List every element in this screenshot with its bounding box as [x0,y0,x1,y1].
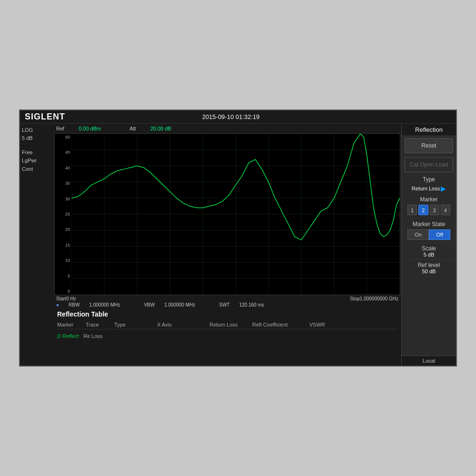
ref-label: Ref [56,126,64,131]
rbw-label: RBW [69,302,79,307]
datetime: 2015-09-10 01:32:19 [202,113,260,120]
main-area: LOG 5 dB Free LgPwr Cont Ref 0.00 dBm At… [20,124,456,366]
y-axis-label: 5 [55,274,71,278]
marker-btn-3[interactable]: 3 [430,205,439,215]
start-label: Start [56,296,66,301]
ref-level-label: Ref level [418,262,440,268]
bottom-status: D Reflect Re Loss [57,333,397,339]
y-axis-label: 45 [55,150,71,155]
right-panel: Reflection Reset Cal Open Load Type Retu… [401,124,456,366]
scale-value: 5 dB [424,252,435,258]
y-axis-label: 40 [55,166,71,170]
chart-area [71,134,400,295]
stop-value: 1.000000000 GHz [360,296,398,301]
ref-value: 0.00 dBm [79,126,101,131]
bottom-section: Reflection Table Marker Trace Type X Axi… [53,308,401,366]
rbw-value: 1.000000 MHz [89,302,120,307]
y-axis-label: 0 [55,289,71,294]
footer-row2: ● RBW 1.000000 MHz VBW 1.000000 MHz SWT … [56,302,398,307]
ref-level-section: Ref level 50 dB [402,259,456,276]
marker-state-section: Marker State On Off [402,219,456,243]
swt-value: 120.160 ms [239,302,264,307]
type-label: Type [405,176,453,183]
cal-open-load-button[interactable]: Cal Open Load [405,157,453,172]
instrument-frame: SIGLENT 2015-09-10 01:32:19 LOG 5 dB Fre… [19,109,457,367]
reset-button[interactable]: Reset [405,138,453,153]
logo: SIGLENT [25,112,65,122]
d-reflect-label: D Reflect [57,333,79,339]
scale-section: Scale 5 dB [402,243,456,259]
left-lgpwr: LgPwr [22,157,51,164]
top-bar: SIGLENT 2015-09-10 01:32:19 [20,110,456,124]
vbw-value: 1.000000 MHz [164,302,195,307]
table-header: Marker Trace Type X Axis Return Loss Ref… [57,322,397,329]
marker-section: Marker 1 2 3 4 [402,194,456,219]
center-panel: Ref 0.00 dBm Att 20.00 dB 50454035302520… [53,124,401,366]
y-axis-label: 20 [55,227,71,232]
vbw-label: VBW [144,302,155,307]
swt-label: SWT [219,302,229,307]
marker-on-btn[interactable]: On [407,229,429,240]
marker-state-label: Marker State [405,221,453,228]
marker-btn-1[interactable]: 1 [407,205,417,215]
att-value: 20.00 dB [150,126,171,131]
att-label: Att [129,126,136,131]
chart-container: 50454035302520151050 [54,133,400,295]
type-arrow-icon[interactable]: ▶ [441,185,446,192]
marker-label: Marker [405,196,453,203]
type-value-row: Return Loss ▶ [405,185,453,192]
y-axis-label: 25 [55,212,71,217]
chart-header: Ref 0.00 dBm Att 20.00 dB [53,124,401,133]
left-panel: LOG 5 dB Free LgPwr Cont [20,124,53,366]
th-marker: Marker [57,322,86,327]
left-log: LOG [22,127,51,134]
th-xaxis: X Axis [157,322,209,327]
type-value: Return Loss [412,186,440,191]
re-loss-label: Re Loss [83,333,102,339]
th-type: Type [114,322,157,327]
th-returnloss: Return Loss [209,322,252,327]
y-axis-label: 30 [55,197,71,201]
right-panel-title: Reflection [402,124,456,136]
rbw-dot: ● [56,302,59,307]
y-axis-label: 35 [55,181,71,186]
scale-label: Scale [422,245,436,252]
th-trace: Trace [86,322,114,327]
spectrum-canvas [71,134,400,295]
marker-state-row: On Off [407,229,450,240]
th-reflcoeff: Refl Coefficient [252,322,309,327]
reflection-table-title: Reflection Table [57,310,397,318]
y-axis-label: 50 [55,135,71,139]
y-axis-label: 10 [55,258,71,263]
marker-off-btn[interactable]: Off [429,229,450,240]
left-scale: 5 dB [22,135,51,142]
marker-buttons: 1 2 3 4 [407,205,450,215]
footer-row1: Start 0 Hz Stop 1.000000000 GHz [56,296,398,301]
y-axis-labels: 50454035302520151050 [55,134,71,295]
th-vswr: VSWR [309,322,352,327]
type-section: Type Return Loss ▶ [402,174,456,194]
y-axis-label: 15 [55,243,71,248]
left-free: Free [22,149,51,156]
start-value: 0 Hz [66,296,76,301]
marker-btn-4[interactable]: 4 [441,205,450,215]
stop-label: Stop [350,296,360,301]
marker-btn-2[interactable]: 2 [418,205,428,215]
ref-level-value: 50 dB [422,268,436,274]
left-cont: Cont [22,166,51,173]
chart-footer: Start 0 Hz Stop 1.000000000 GHz ● RBW 1.… [53,295,401,308]
local-bar: Local [402,356,456,366]
